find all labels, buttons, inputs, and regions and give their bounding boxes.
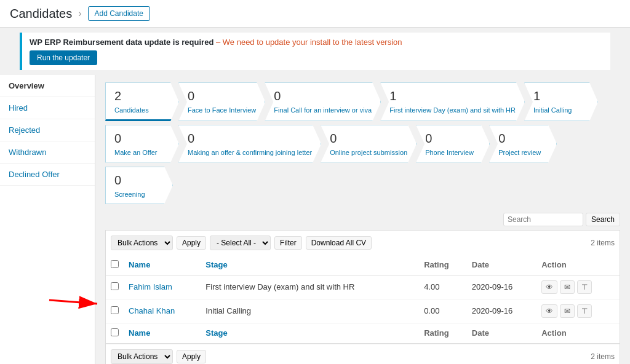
stage-card-initial-calling[interactable]: 1 Initial Calling xyxy=(524,82,598,121)
stage-card-online-project[interactable]: 0 Online project submission xyxy=(321,125,417,162)
stage-card-project-review[interactable]: 0 Project review xyxy=(489,125,557,162)
row-date-0: 2020-09-16 xyxy=(467,275,536,299)
sidebar-item-withdrawn[interactable]: Withdrawn xyxy=(0,141,95,164)
stage-card-face-to-face[interactable]: 0 Face to Face Interview xyxy=(178,82,265,121)
header-name[interactable]: Name xyxy=(124,255,201,275)
email-icon-0[interactable]: ✉ xyxy=(560,280,575,294)
page-title: Candidates xyxy=(10,7,72,21)
items-count-top: 2 items xyxy=(591,239,615,247)
run-updater-button[interactable]: Run the updater xyxy=(30,50,97,65)
row-checkbox-0[interactable] xyxy=(111,282,119,290)
table-header-row: Name Stage Rating Date Action xyxy=(106,255,620,275)
page-header: Candidates › Add Candidate xyxy=(0,0,630,28)
table-row: Chahal Khan Initial Calling 0.00 2020-09… xyxy=(106,299,620,323)
search-input[interactable] xyxy=(503,213,583,226)
move-icon-0[interactable]: ⊤ xyxy=(577,280,592,294)
stage-card-phone-interview[interactable]: 0 Phone Interview xyxy=(416,125,490,162)
stage-count-candidates: 2 xyxy=(114,89,170,103)
sidebar-item-rejected[interactable]: Rejected xyxy=(0,119,95,141)
table-section: Bulk Actions Apply - Select All - Filter… xyxy=(105,230,620,364)
footer-name[interactable]: Name xyxy=(124,323,201,343)
stage-card-making-offer[interactable]: 0 Making an offer & confirming joining l… xyxy=(178,125,321,162)
header-stage[interactable]: Stage xyxy=(201,255,419,275)
top-table-toolbar: Bulk Actions Apply - Select All - Filter… xyxy=(106,231,620,255)
email-icon-1[interactable]: ✉ xyxy=(560,304,575,318)
notice-text: WP ERP Reimbursement data update is requ… xyxy=(30,38,402,47)
select-all-checkbox[interactable] xyxy=(111,260,119,268)
add-candidate-button[interactable]: Add Candidate xyxy=(88,6,150,21)
apply-button[interactable]: Apply xyxy=(177,236,206,250)
stage-count-making-offer: 0 xyxy=(188,132,312,146)
notice-text2: to the latest version xyxy=(333,38,402,47)
stage-label-making-offer: Making an offer & confirming joining let… xyxy=(188,148,312,157)
row-stage-0: First interview Day (exam) and sit with … xyxy=(201,275,419,299)
search-button[interactable]: Search xyxy=(586,213,620,226)
filter-button[interactable]: Filter xyxy=(274,236,302,250)
notice-banner: WP ERP Reimbursement data update is requ… xyxy=(20,33,610,70)
header-checkbox-cell xyxy=(106,255,124,275)
stage-row-2: 0 Make an Offer 0 Making an offer & conf… xyxy=(105,125,620,162)
row-rating-1: 0.00 xyxy=(419,299,467,323)
notice-bold: WP ERP Reimbursement data update is requ… xyxy=(30,38,213,47)
stage-count-final: 0 xyxy=(274,89,372,103)
sidebar: Overview Hired Rejected Withdrawn Declin… xyxy=(0,75,95,364)
bottom-table-toolbar: Bulk Actions Apply 2 items xyxy=(106,344,620,364)
sidebar-item-overview[interactable]: Overview xyxy=(0,75,95,97)
toolbar-left: Bulk Actions Apply - Select All - Filter… xyxy=(111,235,372,250)
stage-label-phone: Phone Interview xyxy=(425,148,480,157)
stage-count-initial: 1 xyxy=(533,89,589,103)
stage-label-screening: Screening xyxy=(114,190,164,199)
sidebar-item-declined-offer[interactable]: Declined Offer xyxy=(0,164,95,186)
stage-label-review: Project review xyxy=(498,148,548,157)
bottom-apply-button[interactable]: Apply xyxy=(177,350,206,363)
candidates-table: Name Stage Rating Date Action Fahim Isla… xyxy=(106,255,620,344)
stage-count-screening: 0 xyxy=(114,173,164,188)
candidate-link-1[interactable]: Chahal Khan xyxy=(129,306,175,315)
table-row: Fahim Islam First interview Day (exam) a… xyxy=(106,275,620,299)
bulk-actions-select[interactable]: Bulk Actions xyxy=(111,235,173,250)
stage-label-candidates: Candidates xyxy=(114,106,170,114)
stage-count-make-offer: 0 xyxy=(114,132,170,146)
select-all-select[interactable]: - Select All - xyxy=(210,235,271,250)
footer-select-all-checkbox[interactable] xyxy=(111,328,119,336)
stage-card-candidates[interactable]: 2 Candidates xyxy=(105,82,179,121)
row-name-1: Chahal Khan xyxy=(124,299,201,323)
main-layout: Overview Hired Rejected Withdrawn Declin… xyxy=(0,75,630,364)
stage-count-first: 1 xyxy=(389,89,516,103)
top-search-row: Search xyxy=(105,213,620,226)
content-area: 2 Candidates 0 Face to Face Interview 0 … xyxy=(95,75,630,364)
row-checkbox-cell xyxy=(106,299,124,323)
stage-card-first-interview[interactable]: 1 First interview Day (exam) and sit wit… xyxy=(380,82,525,121)
stage-label-initial: Initial Calling xyxy=(533,106,589,114)
notice-area: WP ERP Reimbursement data update is requ… xyxy=(0,28,630,75)
header-action: Action xyxy=(536,255,620,275)
sidebar-item-hired[interactable]: Hired xyxy=(0,97,95,119)
bottom-toolbar-left: Bulk Actions Apply xyxy=(111,349,206,364)
move-icon-1[interactable]: ⊤ xyxy=(577,304,592,318)
stage-card-make-offer[interactable]: 0 Make an Offer xyxy=(105,125,179,162)
view-icon-1[interactable]: 👁 xyxy=(541,304,557,318)
footer-action: Action xyxy=(536,323,620,343)
stage-count-review: 0 xyxy=(498,132,548,146)
row-stage-1: Initial Calling xyxy=(201,299,419,323)
row-name-0: Fahim Islam xyxy=(124,275,201,299)
row-action-0: 👁 ✉ ⊤ xyxy=(536,275,620,299)
stage-label-face: Face to Face Interview xyxy=(188,106,256,114)
view-icon-0[interactable]: 👁 xyxy=(541,280,557,294)
stage-label-final: Final Call for an interview or viva xyxy=(274,106,372,114)
page-wrap: Candidates › Add Candidate WP ERP Reimbu… xyxy=(0,0,630,364)
row-checkbox-cell xyxy=(106,275,124,299)
items-count-bottom: 2 items xyxy=(591,352,615,361)
stage-row-1: 2 Candidates 0 Face to Face Interview 0 … xyxy=(105,82,620,121)
stage-card-screening[interactable]: 0 Screening xyxy=(105,167,173,204)
download-all-cv-button[interactable]: Download All CV xyxy=(306,236,372,250)
stage-count-face: 0 xyxy=(188,89,256,103)
footer-rating: Rating xyxy=(419,323,467,343)
stage-card-final-call[interactable]: 0 Final Call for an interview or viva xyxy=(265,82,381,121)
header-date: Date xyxy=(467,255,536,275)
footer-stage[interactable]: Stage xyxy=(201,323,419,343)
candidate-link-0[interactable]: Fahim Islam xyxy=(129,282,172,291)
row-checkbox-1[interactable] xyxy=(111,306,119,314)
bottom-bulk-actions-select[interactable]: Bulk Actions xyxy=(111,349,173,364)
stage-label-make-offer: Make an Offer xyxy=(114,148,170,157)
